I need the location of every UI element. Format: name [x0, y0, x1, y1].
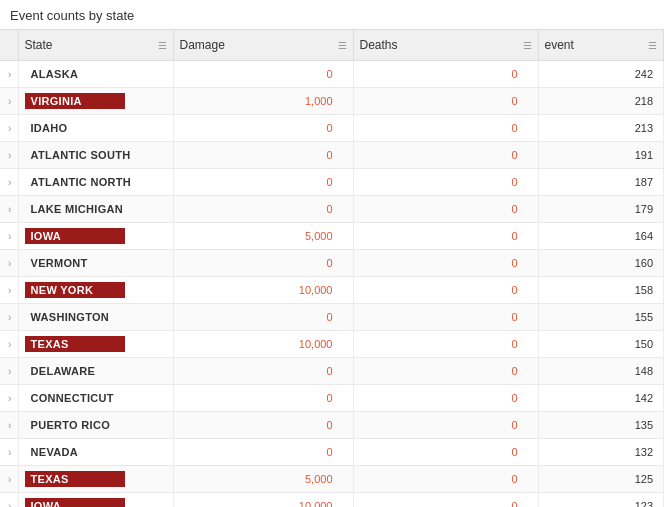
damage-cell: 10,000: [173, 493, 353, 508]
deaths-col-header[interactable]: Deaths ☰: [353, 30, 538, 61]
deaths-filter-icon[interactable]: ☰: [523, 40, 532, 51]
state-filter-icon[interactable]: ☰: [158, 40, 167, 51]
state-label: TEXAS: [25, 336, 125, 352]
damage-cell: 0: [173, 142, 353, 169]
damage-value: 0: [326, 311, 332, 323]
table-row: › WASHINGTON 0 0 155: [0, 304, 664, 331]
table-row: › VERMONT 0 0 160: [0, 250, 664, 277]
damage-col-header[interactable]: Damage ☰: [173, 30, 353, 61]
table-row: › CONNECTICUT 0 0 142: [0, 385, 664, 412]
event-value: 132: [635, 446, 653, 458]
table-row: › ALASKA 0 0 242: [0, 61, 664, 88]
table-row: › NEVADA 0 0 132: [0, 439, 664, 466]
row-expand-chevron[interactable]: ›: [0, 223, 18, 250]
table-container: State ☰ Damage ☰ Deaths ☰: [0, 29, 664, 507]
row-expand-chevron[interactable]: ›: [0, 385, 18, 412]
table-row: › LAKE MICHIGAN 0 0 179: [0, 196, 664, 223]
state-cell: IOWA: [18, 223, 173, 250]
state-label: NEW YORK: [25, 282, 125, 298]
damage-cell: 0: [173, 304, 353, 331]
state-label: ALASKA: [25, 66, 85, 82]
state-label: TEXAS: [25, 471, 125, 487]
state-cell: VERMONT: [18, 250, 173, 277]
state-label: IDAHO: [25, 120, 74, 136]
state-cell: CONNECTICUT: [18, 385, 173, 412]
deaths-cell: 0: [353, 385, 538, 412]
row-expand-chevron[interactable]: ›: [0, 412, 18, 439]
event-value: 242: [635, 68, 653, 80]
row-expand-chevron[interactable]: ›: [0, 250, 18, 277]
deaths-cell: 0: [353, 88, 538, 115]
damage-cell: 0: [173, 115, 353, 142]
damage-cell: 0: [173, 61, 353, 88]
damage-value: 0: [326, 419, 332, 431]
deaths-value: 0: [511, 338, 517, 350]
state-cell: WASHINGTON: [18, 304, 173, 331]
event-value: 191: [635, 149, 653, 161]
state-label: LAKE MICHIGAN: [25, 201, 130, 217]
row-expand-chevron[interactable]: ›: [0, 115, 18, 142]
event-col-header[interactable]: event ☰: [538, 30, 664, 61]
event-cell: 123: [538, 493, 664, 508]
row-expand-chevron[interactable]: ›: [0, 304, 18, 331]
row-expand-chevron[interactable]: ›: [0, 358, 18, 385]
damage-cell: 10,000: [173, 277, 353, 304]
row-expand-chevron[interactable]: ›: [0, 61, 18, 88]
state-cell: NEW YORK: [18, 277, 173, 304]
deaths-cell: 0: [353, 61, 538, 88]
event-value: 158: [635, 284, 653, 296]
table-row: › PUERTO RICO 0 0 135: [0, 412, 664, 439]
table-row: › DELAWARE 0 0 148: [0, 358, 664, 385]
event-cell: 191: [538, 142, 664, 169]
row-expand-chevron[interactable]: ›: [0, 277, 18, 304]
damage-value: 0: [326, 203, 332, 215]
event-cell: 218: [538, 88, 664, 115]
event-value: 218: [635, 95, 653, 107]
state-cell: LAKE MICHIGAN: [18, 196, 173, 223]
page-title: Event counts by state: [0, 0, 664, 29]
row-expand-chevron[interactable]: ›: [0, 439, 18, 466]
event-value: 150: [635, 338, 653, 350]
event-value: 187: [635, 176, 653, 188]
state-label: IOWA: [25, 228, 125, 244]
row-expand-chevron[interactable]: ›: [0, 88, 18, 115]
deaths-cell: 0: [353, 142, 538, 169]
state-cell: ATLANTIC NORTH: [18, 169, 173, 196]
deaths-cell: 0: [353, 169, 538, 196]
deaths-value: 0: [511, 230, 517, 242]
damage-value: 0: [326, 392, 332, 404]
state-label: WASHINGTON: [25, 309, 116, 325]
state-cell: ATLANTIC SOUTH: [18, 142, 173, 169]
state-col-header[interactable]: State ☰: [18, 30, 173, 61]
state-cell: DELAWARE: [18, 358, 173, 385]
row-expand-chevron[interactable]: ›: [0, 142, 18, 169]
event-cell: 179: [538, 196, 664, 223]
table-row: › TEXAS 10,000 0 150: [0, 331, 664, 358]
deaths-cell: 0: [353, 304, 538, 331]
deaths-value: 0: [511, 473, 517, 485]
table-row: › IOWA 5,000 0 164: [0, 223, 664, 250]
row-expand-chevron[interactable]: ›: [0, 196, 18, 223]
deaths-value: 0: [511, 149, 517, 161]
expand-col-header: [0, 30, 18, 61]
event-value: 125: [635, 473, 653, 485]
damage-value: 0: [326, 149, 332, 161]
state-label: VERMONT: [25, 255, 94, 271]
deaths-cell: 0: [353, 223, 538, 250]
row-expand-chevron[interactable]: ›: [0, 466, 18, 493]
damage-filter-icon[interactable]: ☰: [338, 40, 347, 51]
row-expand-chevron[interactable]: ›: [0, 493, 18, 508]
damage-cell: 0: [173, 250, 353, 277]
damage-cell: 5,000: [173, 466, 353, 493]
deaths-cell: 0: [353, 250, 538, 277]
deaths-value: 0: [511, 311, 517, 323]
event-cell: 155: [538, 304, 664, 331]
deaths-value: 0: [511, 419, 517, 431]
damage-value: 0: [326, 446, 332, 458]
event-filter-icon[interactable]: ☰: [648, 40, 657, 51]
deaths-value: 0: [511, 446, 517, 458]
row-expand-chevron[interactable]: ›: [0, 331, 18, 358]
row-expand-chevron[interactable]: ›: [0, 169, 18, 196]
deaths-cell: 0: [353, 412, 538, 439]
deaths-value: 0: [511, 203, 517, 215]
